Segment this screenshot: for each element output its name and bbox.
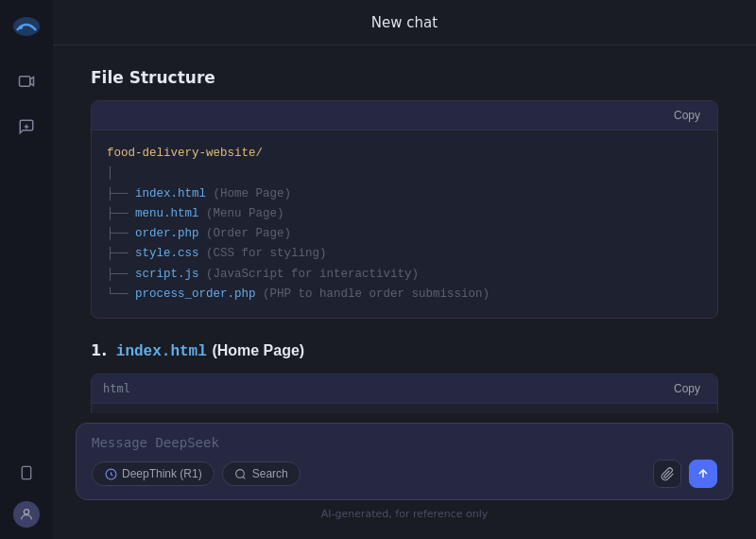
input-box: DeepThink (R1) Search xyxy=(76,423,733,500)
video-icon[interactable] xyxy=(13,68,40,95)
search-button[interactable]: Search xyxy=(222,461,301,486)
content-area: File Structure Copy food-delivery-websit… xyxy=(53,45,756,413)
file-structure-copy-button[interactable]: Copy xyxy=(668,107,706,124)
svg-point-8 xyxy=(24,510,28,514)
deepthink-icon xyxy=(104,467,117,480)
svg-marker-3 xyxy=(30,78,34,86)
mobile-icon[interactable] xyxy=(13,460,40,486)
file-structure-code: food-delivery-website/ │ ├── index.html … xyxy=(92,130,717,318)
header-title: New chat xyxy=(371,14,438,31)
attach-button[interactable] xyxy=(653,460,681,488)
html-code-block: html Copy <!DOCTYPE html> <html lang="en… xyxy=(91,374,718,413)
html-code-content: <!DOCTYPE html> <html lang="en"> <head> … xyxy=(92,404,717,413)
svg-rect-6 xyxy=(22,466,30,478)
avatar[interactable] xyxy=(13,501,40,528)
file-structure-block: Copy food-delivery-website/ │ ├── index.… xyxy=(91,100,718,319)
input-left-actions: DeepThink (R1) Search xyxy=(92,461,301,486)
sidebar xyxy=(0,0,53,539)
search-icon xyxy=(234,467,248,480)
logo-icon[interactable] xyxy=(11,11,42,42)
deepthink-button[interactable]: DeepThink (R1) xyxy=(92,461,215,486)
header: New chat xyxy=(53,0,756,45)
svg-point-10 xyxy=(236,469,245,478)
deepthink-label: DeepThink (R1) xyxy=(122,467,202,480)
html-code-header: html Copy xyxy=(92,374,717,404)
input-area: DeepThink (R1) Search xyxy=(53,413,756,539)
file-structure-header: Copy xyxy=(92,101,717,130)
send-button[interactable] xyxy=(689,460,717,488)
search-label: Search xyxy=(252,467,288,480)
footer-text: AI-generated, for reference only xyxy=(76,508,733,520)
file-structure-heading: File Structure xyxy=(91,68,718,87)
svg-line-11 xyxy=(243,477,245,478)
message-input[interactable] xyxy=(92,435,717,450)
new-chat-icon[interactable] xyxy=(13,113,40,140)
html-lang-label: html xyxy=(103,382,130,395)
svg-rect-2 xyxy=(20,77,30,87)
main-panel: New chat File Structure Copy food-delive… xyxy=(53,0,756,539)
svg-point-0 xyxy=(13,17,40,36)
html-copy-button[interactable]: Copy xyxy=(668,380,706,397)
svg-point-1 xyxy=(19,26,23,29)
section1-heading: 1. index.html (Home Page) xyxy=(91,341,718,360)
input-right-actions xyxy=(653,460,717,488)
input-actions: DeepThink (R1) Search xyxy=(92,460,717,488)
